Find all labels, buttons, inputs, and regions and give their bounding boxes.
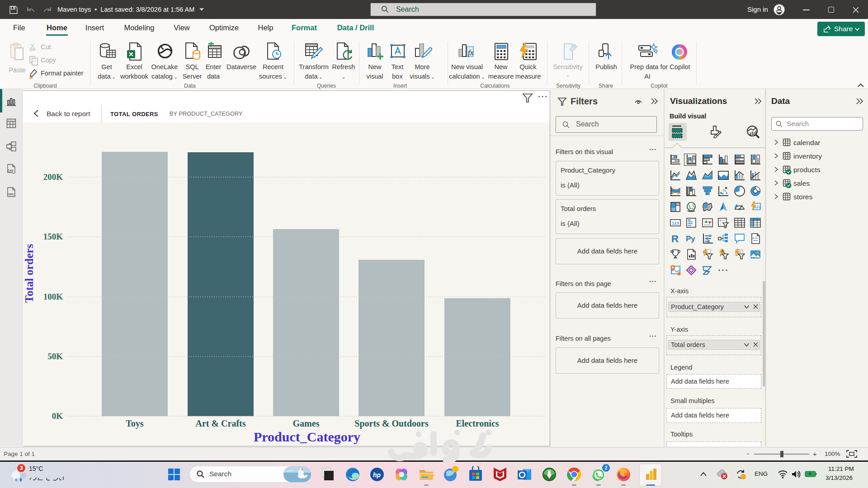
svg-text:Art & Crafts: Art & Crafts [195, 418, 245, 428]
svg-text:100K: 100K [43, 292, 63, 301]
svg-text:150K: 150K [43, 232, 63, 241]
svg-text:Product_Category: Product_Category [254, 429, 360, 444]
svg-text:123: 123 [672, 221, 679, 225]
svg-text:hp: hp [373, 471, 381, 479]
svg-text:50K: 50K [47, 352, 63, 361]
svg-text:Games: Games [293, 418, 320, 428]
svg-text:0K: 0K [52, 411, 63, 421]
svg-text:fx: fx [468, 48, 474, 57]
svg-text:200K: 200K [43, 172, 63, 182]
svg-text:R: R [671, 233, 679, 244]
svg-text:Total orders: Total orders [23, 244, 35, 303]
svg-text:Toys: Toys [126, 418, 144, 429]
svg-text:Py: Py [686, 235, 695, 243]
svg-text:TMDL: TMDL [7, 193, 15, 196]
svg-text:DAX: DAX [7, 169, 14, 172]
